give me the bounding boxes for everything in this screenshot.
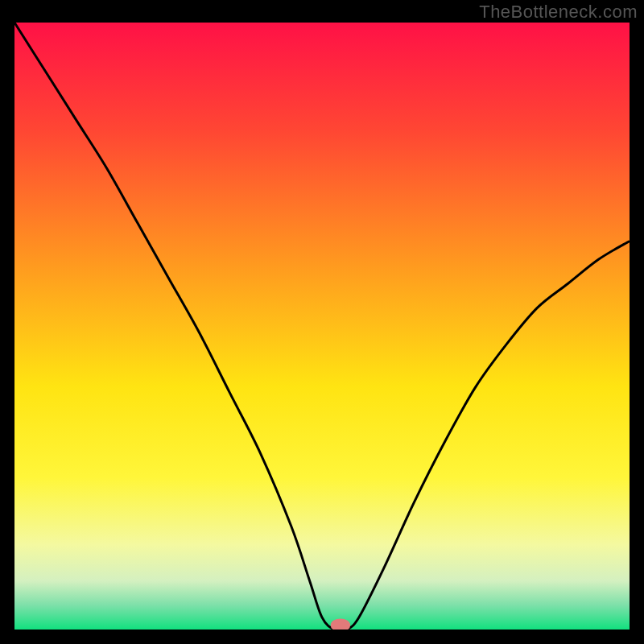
plot-area [14,23,630,630]
chart-frame: TheBottleneck.com [0,0,644,644]
watermark-text: TheBottleneck.com [479,2,638,23]
gradient-background [14,23,630,630]
bottleneck-chart [14,23,630,630]
